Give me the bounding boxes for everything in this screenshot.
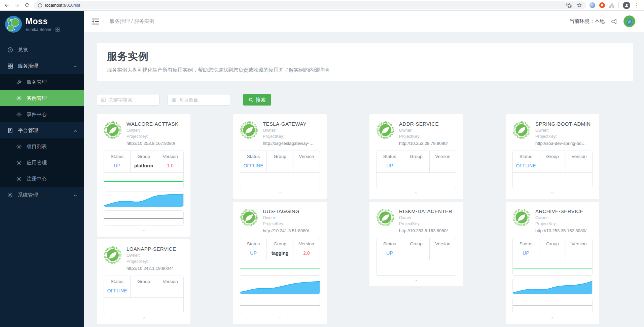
status-value: UP	[513, 248, 539, 260]
status-line-chart	[104, 172, 183, 188]
service-name[interactable]: SPRING-BOOT-ADMIN	[535, 121, 591, 127]
forward-icon[interactable]	[13, 2, 20, 9]
column-header: Group	[267, 238, 293, 248]
spring-leaf-icon	[376, 121, 394, 139]
card-collapse-toggle[interactable]	[512, 314, 593, 322]
sidebar-item-2[interactable]: 服务管理	[0, 74, 84, 90]
url-bar[interactable]: localhost:8010/list	[34, 1, 586, 9]
card-header: UUS-TAGGINGOwner:ProjectKey:http://10.24…	[240, 208, 320, 233]
extension-sitemap-icon[interactable]	[609, 3, 614, 8]
service-url[interactable]: http://10.253.35.162:8080/	[535, 228, 586, 233]
qps-area-chart	[104, 192, 183, 207]
card-expand-toggle[interactable]	[104, 314, 184, 322]
column-header: Version	[566, 238, 592, 248]
extension-row: ⋮	[589, 2, 641, 9]
page-title: 服务实例	[107, 50, 623, 64]
card-collapse-toggle[interactable]	[104, 227, 184, 235]
service-name[interactable]: WALCORE-ACTTASK	[127, 121, 178, 127]
card-expand-toggle[interactable]	[240, 189, 320, 197]
version-value: 2.0	[293, 248, 320, 260]
service-url[interactable]: http://10.253.28.79:8080/	[399, 141, 448, 146]
megaphone-icon[interactable]	[611, 18, 617, 25]
card-expand-toggle[interactable]	[512, 189, 593, 197]
bookmark-star-icon[interactable]	[576, 2, 582, 8]
sidebar-item-5[interactable]: 平台管理	[0, 122, 84, 138]
sidebar-item-6[interactable]: 项目列表	[0, 138, 84, 155]
service-name[interactable]: LOANAPP-SERVICE	[127, 246, 176, 252]
status-line-chart	[377, 172, 456, 188]
sidebar: Moss Eureka Server 总览服务治理服务管理实例管理事件中心平台管…	[0, 11, 84, 327]
service-url[interactable]: http://10.253.8.167:8080/	[127, 141, 178, 146]
service-name[interactable]: ARCHIVE-SERVICE	[535, 208, 586, 214]
service-card: WALCORE-ACTTASKOwner:ProjectKey:http://1…	[97, 114, 190, 237]
sidebar-item-label: 总览	[18, 47, 28, 53]
service-card: LOANAPP-SERVICEOwner:ProjectKey:http://1…	[97, 239, 190, 324]
page-header-card: 服务实例 服务实例大盘可视化生产所有应用实例，帮助您快速找到您负责或收藏的应用并…	[97, 43, 633, 81]
spring-leaf-icon	[104, 246, 122, 264]
traffic-chart-box	[240, 279, 320, 294]
extension-blue-icon[interactable]	[589, 2, 595, 8]
url-host: localhost	[45, 3, 62, 8]
service-card: ADDR-SERVICEOwner:ProjectKey:http://10.2…	[369, 114, 463, 199]
column-header: Version	[157, 151, 183, 160]
sidebar-menu: 总览服务治理服务管理实例管理事件中心平台管理项目列表应用管理注册中心系统管理	[0, 42, 84, 203]
card-expand-toggle[interactable]	[376, 276, 456, 284]
service-card: TESLA-GATEWAYOwner:ProjectKey:http://osg…	[233, 114, 327, 199]
app-logo-row: Moss Eureka Server	[0, 11, 84, 38]
server-icon	[7, 128, 13, 133]
service-url[interactable]: http://soa-dev-spring-bo…	[535, 141, 591, 146]
env-label: 当前环境：本地	[569, 18, 605, 25]
column-header: Version	[430, 238, 456, 248]
wrench-icon	[16, 79, 22, 85]
column-header: Version	[293, 238, 320, 248]
sidebar-item-0[interactable]: 总览	[0, 42, 84, 58]
service-url[interactable]: http://osg-teslagateway-…	[263, 141, 314, 146]
layout-grid-icon[interactable]	[56, 28, 60, 32]
sidebar-item-9[interactable]: 系统管理	[0, 187, 84, 203]
user-avatar[interactable]	[623, 15, 635, 27]
instance-table: StatusGroupVersionUP	[512, 238, 593, 276]
sidebar-item-1[interactable]: 服务治理	[0, 58, 84, 74]
column-header: Status	[240, 151, 267, 160]
keyword-input[interactable]	[109, 97, 156, 103]
chevron-down-icon	[73, 193, 77, 197]
chevron-up-icon	[277, 315, 283, 321]
service-name[interactable]: ADDR-SERVICE	[399, 121, 448, 127]
sidebar-item-8[interactable]: 注册中心	[0, 171, 84, 187]
refresh-icon[interactable]	[24, 2, 30, 9]
sidebar-item-label: 注册中心	[27, 176, 47, 182]
sidebar-item-7[interactable]: 应用管理	[0, 155, 84, 171]
column-header: Version	[293, 151, 320, 160]
spring-leaf-icon	[104, 121, 122, 139]
instance-table: StatusGroupVersionUP	[376, 238, 456, 276]
search-button[interactable]: 搜索	[243, 94, 271, 106]
card-collapse-toggle[interactable]	[240, 314, 320, 322]
service-url[interactable]: http://10.242.1.19:8004/	[127, 266, 176, 271]
sidebar-item-3[interactable]: 实例管理	[0, 90, 84, 106]
group-value	[539, 248, 566, 260]
extension-orange-icon[interactable]	[599, 2, 605, 8]
back-icon[interactable]	[3, 2, 10, 9]
service-url[interactable]: http://10.253.8.163:8080/	[399, 228, 452, 233]
column-header: Group	[539, 238, 566, 248]
card-column-3: SPRING-BOOT-ADMINOwner:ProjectKey:http:/…	[506, 114, 599, 324]
app-title: Moss	[26, 16, 60, 26]
service-url[interactable]: http://10.241.3.51:8080/	[263, 228, 309, 233]
profile-icon[interactable]	[623, 2, 630, 9]
breadcrumb[interactable]: 服务治理 / 服务实例	[110, 18, 154, 25]
gear-icon	[16, 176, 22, 182]
service-name[interactable]: RISKM-DATACENTER	[399, 208, 452, 214]
card-column-2: ADDR-SERVICEOwner:ProjectKey:http://10.2…	[369, 114, 463, 286]
card-header: LOANAPP-SERVICEOwner:ProjectKey:http://1…	[104, 246, 184, 271]
service-name[interactable]: TESLA-GATEWAY	[263, 121, 314, 127]
column-header: Version	[157, 276, 183, 285]
card-expand-toggle[interactable]	[376, 189, 456, 197]
menu-kebab-icon[interactable]: ⋮	[634, 2, 639, 8]
chevron-down-icon	[414, 277, 419, 283]
spring-leaf-icon	[240, 121, 258, 139]
sidebar-item-4[interactable]: 事件中心	[0, 106, 84, 122]
translate-icon[interactable]	[566, 3, 572, 8]
menu-fold-icon[interactable]	[92, 18, 100, 25]
pagesize-input[interactable]	[179, 97, 226, 103]
service-name[interactable]: UUS-TAGGING	[263, 208, 309, 214]
